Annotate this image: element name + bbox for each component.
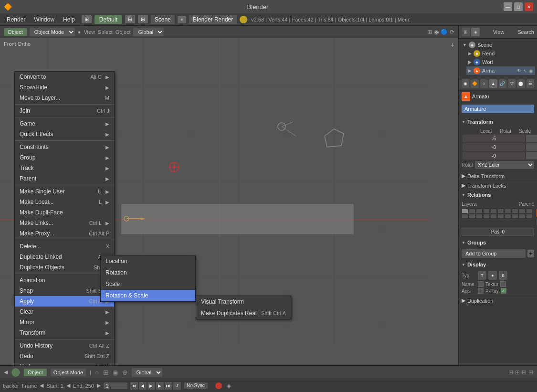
ctx-convert-to[interactable]: Convert to Alt C ▶ — [15, 72, 114, 82]
workspace-add-btn[interactable]: ⊞ — [125, 15, 135, 23]
transform-locks-header[interactable]: ▶ Transform Locks — [459, 180, 537, 190]
groups-section-header[interactable]: ▼ Groups — [459, 238, 537, 247]
workspace-label[interactable]: Default — [95, 15, 122, 24]
layer-6[interactable] — [505, 209, 511, 213]
outliner-world[interactable]: ▶ ◈ Worl — [466, 58, 535, 66]
ctx-constraints[interactable]: Constraints ▶ — [15, 142, 114, 152]
delta-transform-header[interactable]: ▶ Delta Transform — [459, 171, 537, 180]
tl-mid-left-btn[interactable]: ◀ — [66, 382, 70, 389]
prop-icon-data[interactable]: ▽ — [508, 79, 516, 88]
layer-10[interactable] — [462, 214, 468, 219]
maximize-button[interactable]: □ — [514, 2, 523, 11]
transform-global-select[interactable]: Global — [132, 368, 162, 377]
prop-icon-texture[interactable]: ☰ — [526, 79, 534, 88]
ctx-duplicate-objects[interactable]: Duplicate Objects Shift D — [15, 262, 114, 273]
view-menu-label[interactable]: View — [84, 29, 95, 35]
layer-1[interactable] — [469, 209, 475, 213]
ctx-make-proxy[interactable]: Make Proxy... Ctrl Alt P — [15, 228, 114, 239]
bottom-r-icon-3[interactable]: ⊞ — [522, 369, 526, 376]
left-arrow-btn[interactable]: ◀ — [4, 369, 8, 375]
ctx-transform[interactable]: Transform ▶ — [15, 328, 114, 338]
render-toggle-icon[interactable]: ◉ — [529, 68, 533, 74]
add-group-plus[interactable]: + — [527, 250, 534, 257]
minimize-button[interactable]: — — [504, 2, 512, 11]
apply-scale[interactable]: Scale — [101, 278, 195, 290]
tl-jump-end[interactable]: ⏭ — [165, 382, 172, 390]
transform-section-header[interactable]: ▼ Transform — [459, 117, 537, 127]
eye-icon[interactable]: 👁 — [516, 68, 521, 74]
ctx-make-links[interactable]: Make Links... Ctrl L ▶ — [15, 218, 114, 228]
prop-icon-render[interactable]: ◉ — [462, 79, 469, 88]
ctx-mirror[interactable]: Mirror ▶ — [15, 317, 114, 328]
add-group-btn[interactable]: Add to Group — [462, 249, 526, 258]
apply-rotation[interactable]: Rotation — [101, 267, 195, 278]
tl-left-btn[interactable]: ◀ — [40, 382, 43, 389]
prop-icon-scene[interactable]: 🔶 — [471, 79, 478, 88]
layer-3[interactable] — [483, 209, 490, 213]
tl-next-frame[interactable]: ▶ — [156, 382, 164, 390]
prop-icon-object[interactable]: ▲ — [489, 79, 497, 88]
outliner-view-label[interactable]: View — [493, 29, 505, 35]
layer-0[interactable] — [462, 209, 468, 213]
layer-19[interactable] — [526, 214, 533, 219]
apply-location[interactable]: Location — [101, 255, 195, 267]
tl-frame-input[interactable] — [104, 382, 127, 389]
texture-checkbox[interactable] — [500, 281, 506, 287]
tl-mid-right-btn[interactable]: ▶ — [97, 382, 101, 389]
outliner-scene[interactable]: ▼ ◈ Scene — [461, 41, 535, 49]
cursor-icon[interactable]: ↖ — [523, 68, 527, 74]
apply-visual-transform[interactable]: Visual Transform — [196, 296, 291, 307]
ctx-group[interactable]: Group ▶ — [15, 152, 114, 163]
object-dot-btn[interactable] — [11, 368, 20, 377]
scene-icon-btn[interactable]: ⊞ — [138, 15, 148, 23]
object-type-btn[interactable]: Object — [4, 28, 27, 36]
bottom-icon-1[interactable]: ○ — [95, 369, 99, 376]
loc-z-field[interactable] — [463, 152, 525, 159]
layer-17[interactable] — [512, 214, 518, 219]
outliner-search-btn[interactable]: Search — [517, 29, 534, 35]
layer-16[interactable] — [505, 214, 511, 219]
ctx-join[interactable]: Join Ctrl J — [15, 106, 114, 116]
prop-icon-constraints[interactable]: 🔗 — [499, 79, 506, 88]
viewport-plus-btn[interactable]: + — [451, 41, 454, 49]
axis-checkbox[interactable] — [478, 288, 484, 294]
ctx-clear[interactable]: Clear ▶ — [15, 307, 114, 317]
select-menu-label[interactable]: Select — [98, 29, 113, 35]
engine-select[interactable]: Blender Render — [189, 15, 237, 24]
viewport-icon-1[interactable]: ⊞ — [427, 29, 432, 35]
ctx-quick-effects[interactable]: Quick Effects ▶ — [15, 129, 114, 139]
mode-select[interactable]: Object Mode — [30, 28, 75, 36]
viewport-icon-4[interactable]: ⟳ — [450, 29, 454, 35]
pas-btn[interactable]: Pas: 0 — [462, 228, 534, 236]
help-menu[interactable]: Help — [59, 15, 79, 24]
tl-jump-start[interactable]: ⏮ — [130, 382, 138, 390]
layer-7[interactable] — [512, 209, 518, 213]
display-type-icon2[interactable]: ● — [488, 271, 497, 280]
bottom-r-icon-2[interactable]: ⊞ — [515, 369, 520, 376]
ctx-make-single-user[interactable]: Make Single User U ▶ — [15, 186, 114, 197]
scene-add-btn[interactable]: + — [178, 16, 186, 23]
ctx-delete[interactable]: Delete... X — [15, 241, 114, 252]
mode-btn[interactable]: Object Mode — [51, 369, 86, 376]
layer-8[interactable] — [519, 209, 526, 213]
rotation-mode-select[interactable]: XYZ Euler — [475, 161, 534, 169]
workspace-icon-btn[interactable]: ⊞ — [82, 15, 92, 23]
ctx-undo-history[interactable]: Undo History Ctrl Alt Z — [15, 340, 114, 351]
layer-15[interactable] — [497, 214, 504, 219]
tl-record-btn[interactable] — [215, 382, 222, 389]
bottom-r-icon-4[interactable]: ⊞ — [528, 369, 533, 376]
prop-icon-material[interactable]: ⬤ — [517, 79, 525, 88]
ctx-game[interactable]: Game ▶ — [15, 118, 114, 129]
rot-z-field[interactable] — [526, 152, 537, 159]
display-section-header[interactable]: ▼ Display — [459, 260, 537, 269]
ctx-redo[interactable]: Redo Shift Ctrl Z — [15, 351, 114, 361]
duplication-header[interactable]: ▶ Duplication — [459, 296, 537, 305]
armature-name-btn[interactable]: Armature — [462, 105, 534, 113]
xray-checkbox[interactable]: ✓ — [501, 288, 506, 294]
loc-y-field[interactable] — [463, 143, 525, 151]
layer-13[interactable] — [483, 214, 490, 219]
bottom-icon-3[interactable]: ◉ — [113, 369, 118, 376]
display-type-icon1[interactable]: T — [478, 271, 486, 280]
layer-2[interactable] — [476, 209, 483, 213]
viewport-area[interactable]: Object Object Mode ● View Select Object … — [0, 26, 458, 365]
